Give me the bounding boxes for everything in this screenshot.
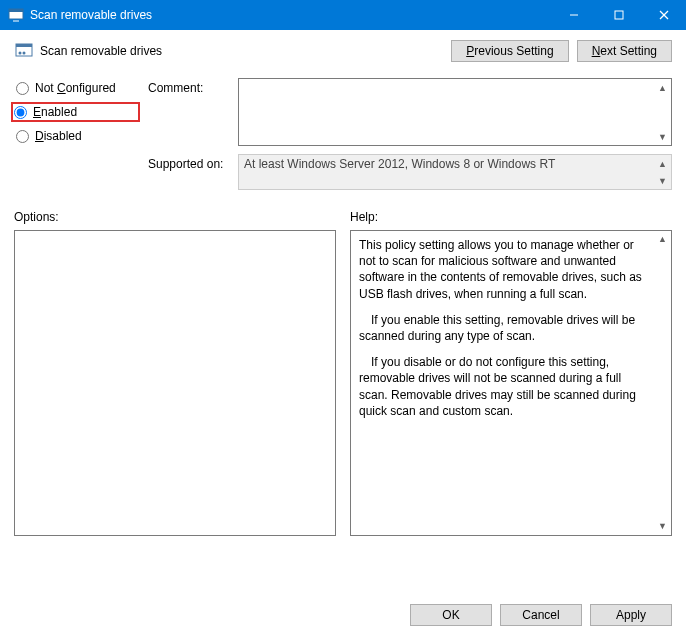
help-paragraph: If you enable this setting, removable dr…: [359, 312, 651, 344]
policy-icon: [14, 41, 34, 61]
next-setting-button[interactable]: Next Setting: [577, 40, 672, 62]
scroll-up-icon[interactable]: ▲: [654, 231, 671, 248]
scroll-down-icon[interactable]: ▼: [654, 128, 671, 145]
svg-rect-7: [16, 44, 32, 47]
previous-setting-button[interactable]: Previous Setting: [451, 40, 568, 62]
comment-textarea[interactable]: ▲ ▼: [238, 78, 672, 146]
close-button[interactable]: [641, 0, 686, 30]
apply-button[interactable]: Apply: [590, 604, 672, 626]
supported-on-box: At least Windows Server 2012, Windows 8 …: [238, 154, 672, 190]
scroll-down-icon[interactable]: ▼: [654, 518, 671, 535]
help-label: Help:: [350, 210, 672, 224]
scroll-up-icon[interactable]: ▲: [654, 79, 671, 96]
help-box: This policy setting allows you to manage…: [350, 230, 672, 536]
radio-not-configured-input[interactable]: [16, 82, 29, 95]
radio-enabled-input[interactable]: [14, 106, 27, 119]
minimize-button[interactable]: [551, 0, 596, 30]
supported-on-label: Supported on:: [148, 154, 228, 190]
radio-disabled-input[interactable]: [16, 130, 29, 143]
help-paragraph: This policy setting allows you to manage…: [359, 237, 651, 302]
options-label: Options:: [14, 210, 336, 224]
maximize-button[interactable]: [596, 0, 641, 30]
radio-disabled-label: Disabled: [35, 129, 82, 143]
radio-not-configured[interactable]: Not Configured: [14, 78, 134, 98]
supported-on-value: At least Windows Server 2012, Windows 8 …: [244, 157, 555, 171]
titlebar[interactable]: Scan removable drives: [0, 0, 686, 30]
radio-disabled[interactable]: Disabled: [14, 126, 134, 146]
radio-enabled[interactable]: Enabled: [11, 102, 140, 122]
ok-button[interactable]: OK: [410, 604, 492, 626]
scroll-up-icon[interactable]: ▲: [654, 155, 671, 172]
cancel-button[interactable]: Cancel: [500, 604, 582, 626]
policy-name: Scan removable drives: [40, 44, 162, 58]
window-title: Scan removable drives: [30, 8, 152, 22]
svg-rect-1: [9, 9, 23, 12]
app-icon: [8, 7, 24, 23]
options-box: [14, 230, 336, 536]
comment-label: Comment:: [148, 78, 228, 146]
help-paragraph: If you disable or do not configure this …: [359, 354, 651, 419]
svg-point-9: [23, 52, 26, 55]
svg-point-8: [19, 52, 22, 55]
scroll-down-icon[interactable]: ▼: [654, 172, 671, 189]
svg-rect-3: [615, 11, 623, 19]
radio-not-configured-label: Not Configured: [35, 81, 116, 95]
radio-enabled-label: Enabled: [33, 105, 77, 119]
